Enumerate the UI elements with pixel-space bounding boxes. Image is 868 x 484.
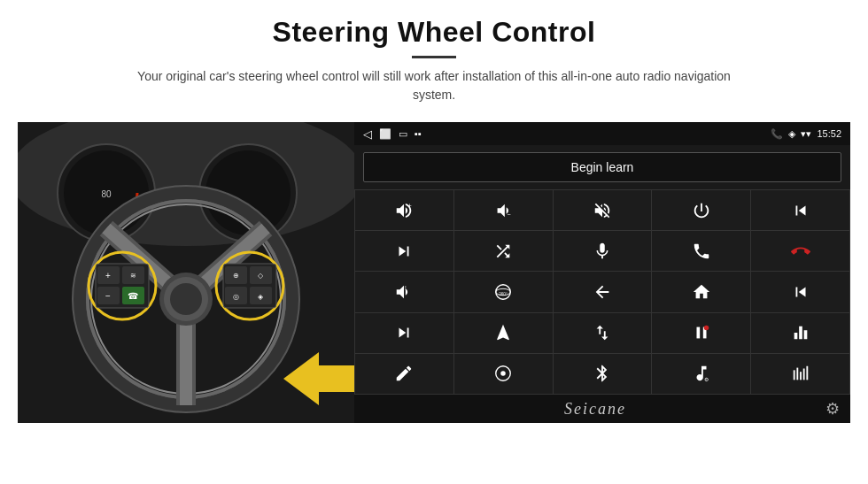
- brand-bar: Seicane ⚙: [354, 395, 850, 423]
- phone-button[interactable]: [652, 231, 750, 271]
- swap-button[interactable]: [554, 313, 652, 353]
- home-button[interactable]: [652, 272, 750, 311]
- svg-rect-55: [796, 368, 798, 380]
- phone-status-icon: 📞: [771, 128, 783, 140]
- content-row: 80: [18, 122, 850, 423]
- pencil-button[interactable]: [355, 354, 453, 394]
- status-bar: ◁ ⬜ ▭ ▪▪ 📞 ◈ ▾▾ 15:52: [354, 122, 850, 145]
- subtitle-text: Your original car's steering wheel contr…: [124, 67, 744, 104]
- steering-wheel-image: 80: [18, 122, 354, 423]
- view360-button[interactable]: 360°: [454, 272, 553, 311]
- vol-up-button[interactable]: +: [355, 190, 453, 230]
- mute-button[interactable]: [554, 190, 652, 230]
- android-panel: ◁ ⬜ ▭ ▪▪ 📞 ◈ ▾▾ 15:52 Begin learn: [354, 122, 850, 423]
- hang-up-button[interactable]: [751, 231, 849, 271]
- svg-point-50: [704, 326, 709, 331]
- controls-grid: + −: [354, 189, 850, 395]
- svg-rect-56: [800, 373, 802, 380]
- media-indicator: ▪▪: [415, 128, 422, 139]
- next-button[interactable]: [355, 231, 453, 271]
- nav-back-icon[interactable]: ◁: [363, 127, 372, 141]
- page-container: Steering Wheel Control Your original car…: [0, 0, 868, 484]
- horn-button[interactable]: !: [355, 272, 453, 311]
- wifi-icon: ▾▾: [801, 128, 811, 140]
- svg-text:◇: ◇: [258, 272, 264, 280]
- time-display: 15:52: [817, 128, 841, 139]
- svg-point-20: [170, 283, 202, 315]
- navigate-button[interactable]: [454, 313, 553, 353]
- svg-text:☎: ☎: [128, 291, 138, 301]
- title-section: Steering Wheel Control Your original car…: [124, 16, 744, 115]
- svg-text:−: −: [508, 211, 511, 219]
- nav-recent-icon[interactable]: ▭: [399, 128, 407, 140]
- svg-rect-48: [696, 327, 700, 339]
- bluetooth-button[interactable]: [554, 354, 652, 394]
- svg-text:!: !: [405, 285, 407, 291]
- prev-track-button[interactable]: [751, 190, 849, 230]
- begin-learn-row: Begin learn: [354, 145, 850, 189]
- vol-down-button[interactable]: −: [454, 190, 553, 230]
- equalizer-button[interactable]: [751, 313, 849, 353]
- skip-back-button[interactable]: [751, 272, 849, 311]
- svg-point-52: [500, 372, 506, 377]
- svg-rect-57: [802, 369, 804, 380]
- shuffle-button[interactable]: [454, 231, 553, 271]
- brand-name: Seicane: [564, 400, 626, 419]
- back-button[interactable]: [554, 272, 652, 311]
- svg-text:◎: ◎: [233, 293, 239, 301]
- circle-dot-button[interactable]: [454, 354, 553, 394]
- page-title: Steering Wheel Control: [124, 16, 744, 49]
- svg-text:+: +: [408, 202, 412, 210]
- nav-home-icon[interactable]: ⬜: [379, 128, 391, 140]
- mic-button[interactable]: [554, 231, 652, 271]
- status-right: 📞 ◈ ▾▾ 15:52: [771, 128, 841, 140]
- svg-rect-58: [806, 366, 808, 380]
- svg-text:80: 80: [101, 189, 112, 199]
- title-divider: [412, 56, 456, 58]
- skip-forward-button[interactable]: [355, 313, 453, 353]
- svg-text:+: +: [105, 271, 111, 280]
- svg-text:360°: 360°: [499, 292, 508, 296]
- svg-rect-54: [793, 371, 794, 380]
- location-icon: ◈: [788, 128, 795, 140]
- settings-gear-icon[interactable]: ⚙: [825, 399, 840, 419]
- record-button[interactable]: [652, 313, 750, 353]
- music-button[interactable]: ⚙: [652, 354, 750, 394]
- svg-text:◈: ◈: [258, 293, 264, 301]
- power-button[interactable]: [652, 190, 750, 230]
- begin-learn-button[interactable]: Begin learn: [363, 152, 841, 182]
- svg-text:⊕: ⊕: [233, 272, 239, 280]
- svg-text:−: −: [105, 291, 111, 301]
- status-left: ◁ ⬜ ▭ ▪▪: [363, 127, 422, 141]
- audio-levels-button[interactable]: [751, 354, 849, 394]
- svg-text:⚙: ⚙: [704, 378, 709, 383]
- svg-text:≋: ≋: [130, 272, 136, 280]
